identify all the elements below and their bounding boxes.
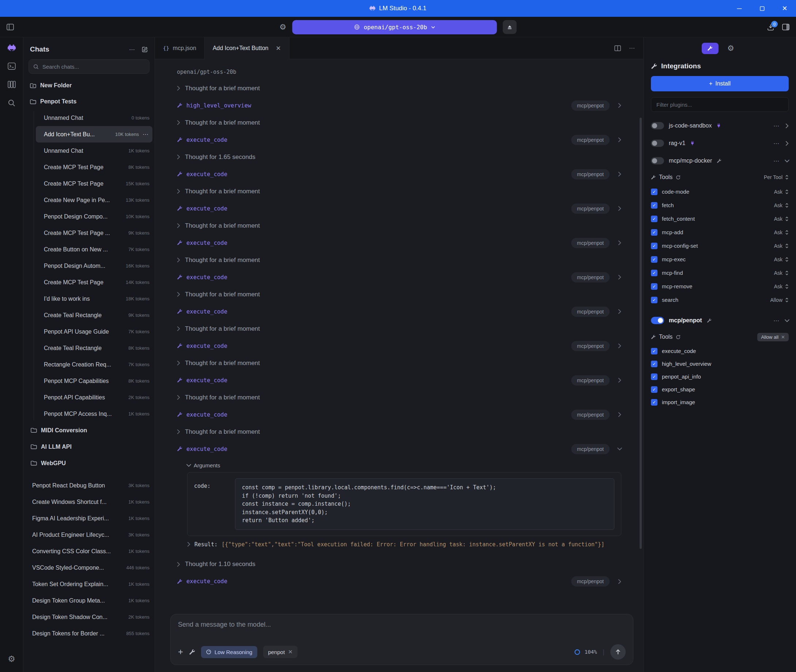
tool-permission-row[interactable]: ✓ code-mode Ask — [651, 185, 789, 198]
tools-wrench-icon[interactable] — [189, 649, 195, 655]
tool-call-row[interactable]: execute_code mcp/penpot — [177, 200, 621, 217]
checkbox-checked[interactable]: ✓ — [651, 216, 657, 222]
plugin-js-code-sandbox[interactable]: js-code-sandbox ⋯ — [651, 117, 789, 134]
tool-permission-row[interactable]: ✓ mcp-config-set Ask — [651, 239, 789, 253]
chat-list-item[interactable]: Penpot MCP Access Inq... 1K tokens — [23, 406, 155, 422]
eject-model-button[interactable] — [503, 20, 516, 34]
chat-list-item[interactable]: Create MCP Test Page ... 9K tokens — [23, 225, 155, 241]
models-nav-icon[interactable] — [8, 81, 16, 88]
developer-nav-icon[interactable] — [8, 62, 16, 70]
plugin-rag-v1[interactable]: rag-v1 ⋯ — [651, 134, 789, 152]
folder-item[interactable]: AI LLM API — [23, 438, 155, 455]
chat-list-item[interactable]: Rectangle Creation Req... 7K tokens — [23, 356, 155, 373]
arguments-toggle[interactable]: Arguments — [187, 458, 621, 472]
sidebar-toggle-icon[interactable] — [6, 24, 14, 30]
chevron-icon[interactable] — [618, 240, 621, 245]
chat-item-menu-icon[interactable]: ⋯ — [143, 131, 149, 138]
tool-call-row[interactable]: execute_code mcp/penpot — [177, 269, 621, 286]
thought-row[interactable]: Thought for a brief moment — [177, 389, 621, 406]
tool-permission-row[interactable]: ✓ search Allow — [651, 293, 789, 307]
message-composer[interactable]: Send a message to the model... + Low Rea… — [170, 614, 633, 665]
tool-call-row[interactable]: execute_code mcp/penpot — [177, 440, 621, 458]
chat-list-item[interactable]: I'd like to work ins 18K tokens — [23, 291, 155, 307]
permission-select[interactable]: Ask — [774, 189, 789, 195]
tool-call-row[interactable]: execute_code mcp/penpot — [177, 303, 621, 320]
filter-plugins-box[interactable] — [651, 97, 789, 112]
tool-call-row[interactable]: high_level_overview mcp/penpot — [177, 97, 621, 114]
checkbox-checked[interactable]: ✓ — [651, 189, 657, 195]
chat-list-item[interactable]: Create MCP Test Page 8K tokens — [23, 159, 155, 175]
reasoning-level-pill[interactable]: Low Reasoning — [201, 646, 257, 658]
chat-list-item[interactable]: VSCode Styled-Compone... 446 tokens — [23, 560, 155, 576]
checkbox-checked[interactable]: ✓ — [651, 202, 657, 209]
model-selector[interactable]: openai/gpt-oss-20b — [292, 20, 496, 34]
checkbox-checked[interactable]: ✓ — [651, 283, 657, 290]
chat-list-item[interactable]: Penpot Design Autom... 16K tokens — [23, 258, 155, 274]
clear-allow-all-icon[interactable]: ✕ — [781, 334, 785, 340]
chevron-down-icon[interactable] — [785, 159, 790, 163]
thought-row[interactable]: Thought for a brief moment — [177, 251, 621, 269]
tool-permission-row[interactable]: ✓ fetch_content Ask — [651, 212, 789, 226]
right-panel-toggle-icon[interactable] — [782, 24, 790, 30]
settings-gear-icon[interactable]: ⚙ — [8, 654, 15, 664]
checkbox-checked[interactable]: ✓ — [651, 270, 657, 276]
checkbox-checked[interactable]: ✓ — [651, 229, 657, 236]
permission-select[interactable]: Ask — [774, 270, 789, 276]
tool-call-row[interactable]: execute_code mcp/penpot — [177, 573, 621, 590]
tool-permission-row[interactable]: ✓ mcp-exec Ask — [651, 253, 789, 266]
chevron-icon[interactable] — [618, 172, 621, 176]
chat-list-item[interactable]: Create MCP Test Page 14K tokens — [23, 274, 155, 291]
thought-row[interactable]: Thought for a brief moment — [177, 320, 621, 337]
refresh-icon[interactable] — [676, 335, 681, 339]
chat-list-item[interactable]: AI Product Engineer Lifecyc... 3K tokens — [23, 526, 155, 543]
tool-permission-row[interactable]: ✓ mcp-remove Ask — [651, 280, 789, 293]
thought-row[interactable]: Thought for a brief moment — [177, 286, 621, 303]
maximize-button[interactable] — [751, 0, 774, 17]
folder-item[interactable]: WebGPU — [23, 455, 155, 471]
downloads-button[interactable]: 0 — [767, 24, 774, 31]
chat-list-item[interactable]: Create Teal Rectangle 8K tokens — [23, 340, 155, 356]
thought-row[interactable]: Thought for a brief moment — [177, 114, 621, 131]
search-chats-input[interactable] — [42, 64, 145, 70]
tab-close-icon[interactable]: ✕ — [275, 45, 281, 52]
penpot-tag-pill[interactable]: penpot ✕ — [263, 646, 297, 658]
scrollbar-thumb[interactable] — [639, 118, 642, 549]
chat-list-item[interactable]: Unnamed Chat 0 tokens — [23, 110, 155, 126]
chat-list-item[interactable]: Token Set Ordering Explain... 1K tokens — [23, 576, 155, 592]
tool-row[interactable]: ✓ export_shape — [651, 383, 789, 396]
checkbox-checked[interactable]: ✓ — [651, 243, 657, 249]
refresh-icon[interactable] — [676, 175, 681, 180]
chat-list-item[interactable]: Create Button on New ... 7K tokens — [23, 241, 155, 258]
chat-list-item[interactable]: Add Icon+Text Bu... 10K tokens ⋯ — [36, 126, 152, 142]
model-settings-gear-icon[interactable]: ⚙ — [280, 22, 287, 31]
toggle-off[interactable] — [651, 139, 664, 147]
chat-list-item[interactable]: Figma AI Leadership Experi... 1K tokens — [23, 510, 155, 526]
remove-tag-icon[interactable]: ✕ — [288, 649, 293, 655]
chevron-icon[interactable] — [618, 378, 621, 382]
install-button[interactable]: + Install — [651, 76, 789, 91]
chevron-icon[interactable] — [618, 412, 621, 417]
thought-row[interactable]: Thought for a brief moment — [177, 183, 621, 200]
permission-select[interactable]: Ask — [774, 202, 789, 208]
chat-list-item[interactable]: Penpot API Capabilities 2K tokens — [23, 389, 155, 406]
tool-call-row[interactable]: execute_code mcp/penpot — [177, 337, 621, 354]
tool-row[interactable]: ✓ penpot_api_info — [651, 370, 789, 383]
panel-settings-tab[interactable]: ⚙ — [724, 44, 738, 53]
checkbox-checked[interactable]: ✓ — [651, 348, 657, 354]
chat-list-item[interactable]: Create New Page in Pe... 13K tokens — [23, 192, 155, 208]
chat-list-item[interactable]: Design Tokens for Border ... 855 tokens — [23, 625, 155, 642]
discover-nav-icon[interactable] — [8, 99, 15, 107]
tool-row[interactable]: ✓ high_level_overview — [651, 357, 789, 370]
permission-select[interactable]: Ask — [774, 216, 789, 222]
tool-call-row[interactable]: execute_code mcp/penpot — [177, 406, 621, 423]
permission-select[interactable]: Allow — [770, 297, 789, 303]
chat-list-item[interactable]: Converting CSS Color Class... 1K tokens — [23, 543, 155, 560]
chevron-icon[interactable] — [618, 579, 621, 584]
plugin-menu-icon[interactable]: ⋯ — [774, 317, 780, 324]
plugin-menu-icon[interactable]: ⋯ — [774, 122, 780, 130]
tool-call-row[interactable]: execute_code mcp/penpot — [177, 372, 621, 389]
thought-row[interactable]: Thought for 1.65 seconds — [177, 148, 621, 166]
tool-permission-row[interactable]: ✓ mcp-find Ask — [651, 266, 789, 280]
thought-row[interactable]: Thought for a brief moment — [177, 217, 621, 234]
allow-all-chip[interactable]: Allow all ✕ — [757, 333, 789, 341]
